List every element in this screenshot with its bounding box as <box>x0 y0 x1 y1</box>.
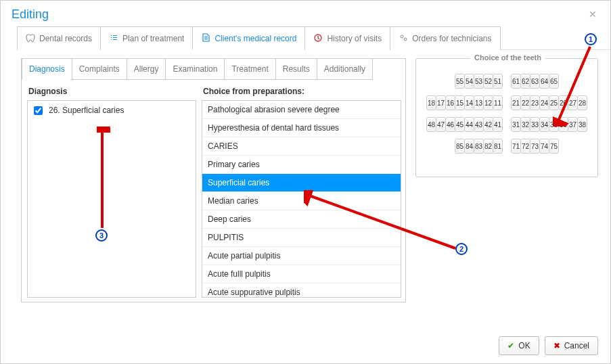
ok-button-label: OK <box>518 341 530 350</box>
tooth-45[interactable]: 45 <box>455 117 465 132</box>
sub-tab-allergy[interactable]: Allergy <box>127 58 166 80</box>
close-icon[interactable]: ✕ <box>586 7 599 21</box>
tooth-71[interactable]: 71 <box>511 139 521 154</box>
tooth-52[interactable]: 52 <box>483 74 493 89</box>
sub-tab-examination[interactable]: Examination <box>165 58 225 80</box>
tooth-33[interactable]: 33 <box>530 117 540 132</box>
preparation-item[interactable]: Superficial caries <box>202 174 401 192</box>
tooth-63[interactable]: 63 <box>530 74 540 89</box>
tooth-18[interactable]: 18 <box>426 95 436 110</box>
tooth-72[interactable]: 72 <box>520 139 530 154</box>
tooth-44[interactable]: 44 <box>464 117 474 132</box>
preparation-item[interactable]: Acute fulll pulpitis <box>202 265 401 283</box>
teeth-choice-panel: Choice of the teeth 55545352516162636465… <box>415 58 598 177</box>
tooth-65[interactable]: 65 <box>549 74 559 89</box>
preparation-item[interactable]: Deep caries <box>202 210 401 229</box>
tooth-73[interactable]: 73 <box>530 139 540 154</box>
tooth-75[interactable]: 75 <box>549 139 559 154</box>
diagnosis-checkbox[interactable] <box>34 106 43 115</box>
preparation-item[interactable]: Primary caries <box>202 156 401 174</box>
tooth-22[interactable]: 22 <box>520 95 530 110</box>
tooth-35[interactable]: 35 <box>549 117 559 132</box>
tooth-83[interactable]: 83 <box>474 139 484 154</box>
tooth-84[interactable]: 84 <box>464 139 474 154</box>
tooth-85[interactable]: 85 <box>455 139 465 154</box>
tooth-11[interactable]: 11 <box>493 95 503 110</box>
cancel-button[interactable]: ✖ Cancel <box>545 336 598 355</box>
tooth-74[interactable]: 74 <box>539 139 549 154</box>
teeth-quadrant: 5554535251 <box>455 74 503 89</box>
tooth-37[interactable]: 37 <box>568 117 578 132</box>
preparation-item[interactable]: Acute partial pulpitis <box>202 247 401 265</box>
sub-tab-additionally[interactable]: Additionally <box>317 58 373 80</box>
top-tab-label: Client's medical record <box>214 34 296 43</box>
tooth-42[interactable]: 42 <box>483 117 493 132</box>
tooth-53[interactable]: 53 <box>474 74 484 89</box>
preparation-item[interactable]: CARIES <box>202 137 401 156</box>
cancel-button-label: Cancel <box>564 341 589 350</box>
tooth-61[interactable]: 61 <box>511 74 521 89</box>
tooth-41[interactable]: 41 <box>493 117 503 132</box>
tooth-55[interactable]: 55 <box>455 74 465 89</box>
tooth-38[interactable]: 38 <box>577 117 587 132</box>
tooth-48[interactable]: 48 <box>426 117 436 132</box>
tooth-51[interactable]: 51 <box>493 74 503 89</box>
top-tab-bar: Dental recordsPlan of treatmentClient's … <box>17 26 610 50</box>
sub-tab-diagnosis[interactable]: Diagnosis <box>22 58 72 80</box>
tooth-23[interactable]: 23 <box>530 95 540 110</box>
sub-tab-complaints[interactable]: Complaints <box>72 58 127 80</box>
tooth-21[interactable]: 21 <box>511 95 521 110</box>
ok-button[interactable]: ✔ OK <box>499 336 539 355</box>
diagnosis-item[interactable]: 26. Superficial caries <box>30 104 193 117</box>
tooth-43[interactable]: 43 <box>474 117 484 132</box>
tooth-36[interactable]: 36 <box>558 117 568 132</box>
top-tab-label: History of visits <box>327 34 382 43</box>
teeth-row: 48474645444342413132333435363738 <box>420 117 593 132</box>
tooth-47[interactable]: 47 <box>436 117 446 132</box>
top-tab-orders-for-technicians[interactable]: Orders for technicians <box>390 26 500 50</box>
top-tab-dental-records[interactable]: Dental records <box>17 26 101 50</box>
preparation-item[interactable]: PULPITIS <box>202 229 401 247</box>
tooth-34[interactable]: 34 <box>539 117 549 132</box>
cancel-icon: ✖ <box>553 341 560 350</box>
tooth-28[interactable]: 28 <box>577 95 587 110</box>
preparation-item[interactable]: Pathological abrasion severe degree <box>202 101 401 119</box>
tooth-81[interactable]: 81 <box>493 139 503 154</box>
preparation-item[interactable]: Median caries <box>202 192 401 210</box>
tooth-12[interactable]: 12 <box>483 95 493 110</box>
tooth-15[interactable]: 15 <box>455 95 465 110</box>
tooth-14[interactable]: 14 <box>464 95 474 110</box>
preparation-item[interactable]: Acute suppurative pulpitis <box>202 283 401 298</box>
annotation-marker-2: 2 <box>455 243 468 255</box>
teeth-quadrant: 8584838281 <box>455 139 503 154</box>
tooth-31[interactable]: 31 <box>511 117 521 132</box>
tooth-62[interactable]: 62 <box>520 74 530 89</box>
annotation-marker-3: 3 <box>95 229 108 242</box>
tooth-24[interactable]: 24 <box>539 95 549 110</box>
sub-tab-results[interactable]: Results <box>275 58 317 80</box>
list-icon <box>109 33 118 45</box>
teeth-choice-title: Choice of the teeth <box>470 53 545 62</box>
tooth-27[interactable]: 27 <box>568 95 578 110</box>
sub-tab-treatment[interactable]: Treatment <box>224 58 275 80</box>
top-tab-plan-of-treatment[interactable]: Plan of treatment <box>100 26 193 50</box>
tooth-26[interactable]: 26 <box>558 95 568 110</box>
top-tab-history-of-visits[interactable]: History of visits <box>304 26 390 50</box>
tooth-16[interactable]: 16 <box>445 95 455 110</box>
tooth-32[interactable]: 32 <box>520 117 530 132</box>
top-tab-client-s-medical-record[interactable]: Client's medical record <box>192 26 305 50</box>
tooth-82[interactable]: 82 <box>483 139 493 154</box>
tooth-17[interactable]: 17 <box>436 95 446 110</box>
tooth-64[interactable]: 64 <box>539 74 549 89</box>
teeth-quadrant: 1817161514131211 <box>426 95 503 110</box>
preparations-list[interactable]: Pathological abrasion severe degreeHyper… <box>202 100 401 298</box>
tooth-54[interactable]: 54 <box>464 74 474 89</box>
tooth-25[interactable]: 25 <box>549 95 559 110</box>
tooth-13[interactable]: 13 <box>474 95 484 110</box>
tooth-46[interactable]: 46 <box>445 117 455 132</box>
teeth-quadrant: 2122232425262728 <box>511 95 587 110</box>
left-panel: DiagnosisComplaintsAllergyExaminationTre… <box>21 58 406 302</box>
svg-point-2 <box>404 38 407 41</box>
preparation-item[interactable]: Hyperesthesia of dental hard tissues <box>202 119 401 137</box>
page-title: Editing <box>12 7 49 22</box>
